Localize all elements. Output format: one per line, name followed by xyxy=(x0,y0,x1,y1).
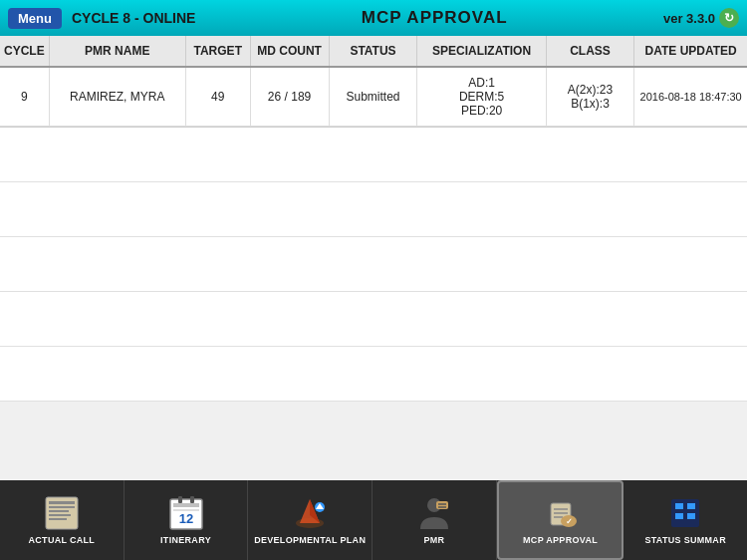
cell-status: Submitted xyxy=(329,67,417,127)
page-title: MCP APPROVAL xyxy=(205,8,663,28)
empty-row-4 xyxy=(0,292,747,347)
version-area: ver 3.3.0 ↻ xyxy=(663,8,739,28)
svg-rect-3 xyxy=(49,510,69,512)
menu-button[interactable]: Menu xyxy=(8,8,62,29)
cell-date-updated: 2016-08-18 18:47:30 xyxy=(634,67,747,127)
svg-rect-2 xyxy=(49,506,75,508)
version-text: ver 3.3.0 xyxy=(663,11,715,26)
svg-rect-31 xyxy=(687,513,695,519)
refresh-icon[interactable]: ↻ xyxy=(719,8,739,28)
nav-actual-call-label: ACTUAL CALL xyxy=(29,535,96,545)
nav-itinerary-label: ITINERARY xyxy=(160,535,211,545)
itinerary-icon: 12 xyxy=(168,495,204,531)
mcp-approval-icon: ✓ xyxy=(543,495,579,531)
mcp-table: CYCLE PMR NAME TARGET MD COUNT STATUS SP… xyxy=(0,36,747,127)
nav-pmr[interactable]: PMR xyxy=(373,480,497,560)
nav-mcp-approval[interactable]: ✓ MCP APPROVAL xyxy=(497,480,624,560)
cell-class: A(2x):23B(1x):3 xyxy=(546,67,634,127)
empty-row-1 xyxy=(0,128,747,182)
svg-rect-7 xyxy=(178,496,182,503)
empty-row-3 xyxy=(0,237,747,292)
col-pmr-name: PMR NAME xyxy=(49,36,185,67)
col-cycle: CYCLE xyxy=(0,36,49,67)
svg-text:✓: ✓ xyxy=(565,517,572,526)
svg-rect-4 xyxy=(49,514,71,516)
content-area xyxy=(0,128,747,402)
cell-md-count: 26 / 189 xyxy=(250,67,329,127)
bottom-nav: ACTUAL CALL 12 ITINERARY D xyxy=(0,480,747,560)
app-subtitle: CYCLE 8 - ONLINE xyxy=(72,10,195,26)
top-bar: Menu CYCLE 8 - ONLINE MCP APPROVAL ver 3… xyxy=(0,0,747,36)
nav-status-summary-label: STATUS SUMMAR xyxy=(644,535,726,545)
table-row[interactable]: 9RAMIREZ, MYRA4926 / 189SubmittedAD:1DER… xyxy=(0,67,747,127)
svg-rect-8 xyxy=(190,496,194,503)
svg-rect-28 xyxy=(675,503,683,509)
svg-rect-5 xyxy=(49,518,67,520)
table-body: 9RAMIREZ, MYRA4926 / 189SubmittedAD:1DER… xyxy=(0,67,747,127)
table-container: CYCLE PMR NAME TARGET MD COUNT STATUS SP… xyxy=(0,36,747,128)
cell-target: 49 xyxy=(185,67,250,127)
nav-mcp-approval-label: MCP APPROVAL xyxy=(523,535,598,545)
pmr-icon xyxy=(416,495,452,531)
empty-row-2 xyxy=(0,182,747,237)
col-status: STATUS xyxy=(329,36,417,67)
cell-specialization: AD:1DERM:5PED:20 xyxy=(417,67,546,127)
svg-rect-18 xyxy=(436,501,448,509)
svg-rect-30 xyxy=(675,513,683,519)
col-md-count: MD COUNT xyxy=(250,36,329,67)
col-class: CLASS xyxy=(546,36,634,67)
nav-status-summary[interactable]: STATUS SUMMAR xyxy=(623,480,747,560)
col-specialization: SPECIALIZATION xyxy=(417,36,546,67)
actual-call-icon xyxy=(44,495,80,531)
svg-rect-1 xyxy=(49,501,75,504)
status-summary-icon xyxy=(667,495,703,531)
nav-actual-call[interactable]: ACTUAL CALL xyxy=(0,480,124,560)
col-target: TARGET xyxy=(185,36,250,67)
table-header-row: CYCLE PMR NAME TARGET MD COUNT STATUS SP… xyxy=(0,36,747,67)
nav-developmental-plan-label: DEVELOPMENTAL PLAN xyxy=(254,535,366,545)
developmental-plan-icon xyxy=(292,495,328,531)
cell-pmr-name: RAMIREZ, MYRA xyxy=(49,67,185,127)
nav-itinerary[interactable]: 12 ITINERARY xyxy=(124,480,249,560)
svg-rect-11 xyxy=(173,503,199,507)
nav-pmr-label: PMR xyxy=(423,535,444,545)
empty-row-5 xyxy=(0,347,747,402)
nav-developmental-plan[interactable]: DEVELOPMENTAL PLAN xyxy=(248,480,373,560)
svg-rect-29 xyxy=(687,503,695,509)
col-date-updated: DATE UPDATED xyxy=(634,36,747,67)
cell-cycle: 9 xyxy=(0,67,49,127)
svg-text:12: 12 xyxy=(178,511,192,526)
